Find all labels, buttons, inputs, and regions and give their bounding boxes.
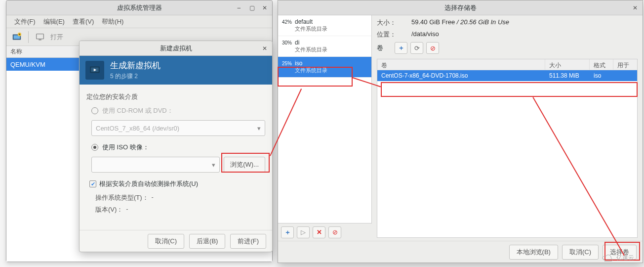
os-type-row: 操作系统类型(T)： - <box>95 193 265 202</box>
vol-use <box>613 70 637 81</box>
banner-text: 生成新虚拟机 5 的步骤 2 <box>110 60 161 81</box>
start-pool-button[interactable]: ▷ <box>297 226 310 238</box>
pool-sub: 文件系统目录 <box>295 46 327 53</box>
opt-cdrom-label: 使用 CD-ROM 或 DVD： <box>102 106 173 115</box>
option-iso[interactable]: 使用 ISO 映像： <box>91 143 265 152</box>
menubar: 文件(F) 编辑(E) 查看(V) 帮助(H) <box>6 15 272 28</box>
back-label: 后退(B) <box>197 237 218 246</box>
forward-button[interactable]: 前进(F) <box>230 234 266 249</box>
size-value: 59.40 GiB Free / 20.56 GiB In Use <box>411 18 509 27</box>
browse-button[interactable]: 浏览(W)... <box>224 157 265 173</box>
autodetect-checkbox[interactable]: ✔ <box>89 180 96 187</box>
pool-sub: 文件系统目录 <box>295 25 327 33</box>
version-label: 版本(V)： <box>95 205 123 214</box>
pool-pct: 30% <box>282 39 292 45</box>
hdr-fmt[interactable]: 格式 <box>590 59 613 70</box>
pool-item-iso[interactable]: 25% iso 文件系统目录 <box>278 57 371 78</box>
maximize-button[interactable]: ▢ <box>246 2 257 13</box>
menu-view[interactable]: 查看(V) <box>69 15 98 28</box>
version-value: - <box>126 205 128 214</box>
volume-table-header: 卷 大小 格式 用于 <box>377 59 637 70</box>
forward-label: 前进(F) <box>238 237 259 246</box>
vol-name: CentOS-7-x86_64-DVD-1708.iso <box>377 70 545 81</box>
browse-row: ▾ 浏览(W)... <box>91 157 265 173</box>
browse-button-label: 浏览(W)... <box>230 160 259 169</box>
radio-iso[interactable] <box>91 144 98 151</box>
locate-media-label: 定位您的安装介质 <box>86 92 265 101</box>
vol-toolbar: 卷 ＋ ⟳ ⊘ <box>377 42 638 54</box>
new-vm-footer: 取消(C) 后退(B) 前进(F) <box>80 230 272 252</box>
close-button[interactable]: ✕ <box>259 43 270 54</box>
sv-cancel-label: 取消(C) <box>569 248 591 257</box>
menu-file[interactable]: 文件(F) <box>10 15 40 28</box>
size-used: / 20.56 GiB In Use <box>457 18 509 26</box>
pool-item-default[interactable]: 42% default 文件系统目录 <box>278 15 371 36</box>
version-row: 版本(V)： - <box>95 205 265 214</box>
sv-right: 大小： 59.40 GiB Free / 20.56 GiB In Use 位置… <box>372 15 643 241</box>
close-button[interactable]: ✕ <box>259 2 270 13</box>
size-free: 59.40 GiB Free <box>411 18 457 26</box>
toolbar-separator <box>28 31 29 43</box>
minimize-button[interactable]: ‒ <box>234 2 244 13</box>
banner-step: 5 的步骤 2 <box>110 72 161 81</box>
radio-cdrom[interactable] <box>91 107 98 114</box>
new-vm-title: 新建虚拟机 <box>160 44 192 53</box>
hdr-size[interactable]: 大小 <box>545 59 590 70</box>
sv-title: 选择存储卷 <box>444 3 477 12</box>
monitor-icon[interactable] <box>33 30 47 44</box>
vol-size: 511.38 MiB <box>545 70 590 81</box>
stop-pool-button[interactable]: ✕ <box>313 226 325 238</box>
new-vm-titlebar: 新建虚拟机 ✕ <box>80 41 272 56</box>
opt-iso-label: 使用 ISO 映像： <box>102 143 149 152</box>
sv-cancel-button[interactable]: 取消(C) <box>562 245 599 260</box>
sv-footer: 本地浏览(B) 取消(C) 选择卷 <box>278 241 643 263</box>
watermark-text: 亿速云 <box>616 254 634 262</box>
local-browse-button[interactable]: 本地浏览(B) <box>509 245 558 260</box>
cdrom-combo-value: CentOS_7_x86_64 (/dev/sr0) <box>96 125 179 132</box>
loc-label: 位置： <box>377 30 406 39</box>
menu-help[interactable]: 帮助(H) <box>98 15 127 28</box>
open-label: 打开 <box>49 33 63 42</box>
pool-item-di[interactable]: 30% di 文件系统目录 <box>278 36 371 57</box>
vol-label: 卷 <box>377 44 392 52</box>
connection-label: QEMU/KVM <box>10 61 45 68</box>
hdr-name[interactable]: 卷 <box>377 59 545 70</box>
close-button[interactable]: ✕ <box>630 2 641 13</box>
iso-combo[interactable]: ▾ <box>91 157 220 173</box>
add-pool-button[interactable]: ＋ <box>281 226 294 238</box>
volume-row[interactable]: CentOS-7-x86_64-DVD-1708.iso 511.38 MiB … <box>377 70 637 81</box>
vmgr-title: 虚拟系统管理器 <box>117 3 162 12</box>
sv-titlebar: 选择存储卷 ✕ <box>278 0 643 15</box>
size-label: 大小： <box>377 18 406 27</box>
cancel-label: 取消(C) <box>155 237 177 246</box>
hdr-use[interactable]: 用于 <box>613 59 637 70</box>
back-button[interactable]: 后退(B) <box>189 234 225 249</box>
local-browse-label: 本地浏览(B) <box>517 248 551 257</box>
pool-name: di <box>295 39 327 46</box>
vol-fmt: iso <box>590 70 613 81</box>
vmgr-titlebar: 虚拟系统管理器 ‒ ▢ ✕ <box>6 0 272 15</box>
new-vm-icon[interactable] <box>9 30 24 44</box>
chevron-down-icon[interactable]: ▾ <box>212 161 215 169</box>
size-row: 大小： 59.40 GiB Free / 20.56 GiB In Use <box>377 18 638 27</box>
autodetect-row[interactable]: ✔ 根据安装介质自动侦测操作系统(U) <box>89 179 265 188</box>
pool-sub: 文件系统目录 <box>295 67 327 74</box>
menu-edit[interactable]: 编辑(E) <box>40 15 69 28</box>
delete-pool-button[interactable]: ⊘ <box>328 226 341 238</box>
option-cdrom[interactable]: 使用 CD-ROM 或 DVD： <box>91 106 265 115</box>
delete-volume-button[interactable]: ⊘ <box>426 42 439 54</box>
svg-rect-3 <box>37 34 44 39</box>
cancel-button[interactable]: 取消(C) <box>148 234 184 249</box>
banner: 生成新虚拟机 5 的步骤 2 <box>80 56 272 85</box>
pool-pct: 42% <box>282 18 292 25</box>
add-volume-button[interactable]: ＋ <box>395 42 407 54</box>
storage-volume-dialog: 选择存储卷 ✕ 42% default 文件系统目录 30% di 文件系统 <box>278 0 643 263</box>
pool-toolbar: ＋ ▷ ✕ ⊘ <box>278 223 372 241</box>
refresh-volume-button[interactable]: ⟳ <box>410 42 423 54</box>
autodetect-label: 根据安装介质自动侦测操作系统(U) <box>99 179 198 188</box>
pool-list: 42% default 文件系统目录 30% di 文件系统目录 25% <box>278 15 372 223</box>
loc-value: /data/viso <box>411 30 439 39</box>
os-type-label: 操作系统类型(T)： <box>95 193 149 202</box>
banner-title: 生成新虚拟机 <box>110 60 161 71</box>
chevron-down-icon: ▾ <box>257 125 261 132</box>
